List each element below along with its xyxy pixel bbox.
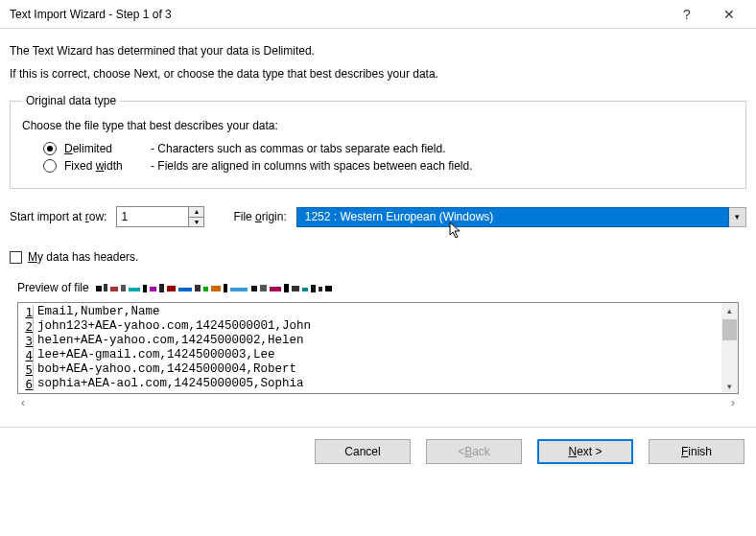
next-button[interactable]: Next > — [537, 439, 633, 464]
window-title: Text Import Wizard - Step 1 of 3 — [10, 8, 666, 21]
svg-rect-6 — [150, 287, 156, 291]
checkbox-icon — [10, 251, 22, 264]
line-number: 6 — [22, 377, 34, 391]
help-button[interactable]: ? — [666, 1, 708, 28]
line-text: bob+AEA-yahoo.com,14245000004,Robert — [37, 362, 296, 377]
svg-rect-14 — [230, 288, 248, 291]
scroll-right-icon[interactable]: › — [731, 396, 735, 413]
original-data-type-legend: Original data type — [22, 94, 120, 107]
scroll-left-icon[interactable]: ‹ — [21, 396, 25, 413]
svg-rect-16 — [260, 285, 267, 291]
redacted-filename-icon — [96, 283, 336, 294]
line-number: 1 — [22, 305, 34, 319]
line-number: 4 — [22, 348, 34, 362]
footer: Cancel < Back Next > Finish — [0, 427, 756, 478]
line-text: helen+AEA-yahoo.com,14245000002,Helen — [37, 334, 304, 348]
spinner-up-icon[interactable]: ▲ — [188, 207, 203, 218]
start-row-label: Start import at row: — [10, 210, 106, 223]
svg-rect-15 — [251, 286, 257, 291]
line-text: lee+AEA-gmail.com,14245000003,Lee — [37, 348, 275, 362]
back-button: < Back — [426, 439, 522, 464]
fixed-width-option[interactable]: Fixed width - Fields are aligned in colu… — [43, 159, 734, 173]
delimited-label: Delimited — [64, 142, 143, 155]
chevron-down-icon[interactable]: ▾ — [729, 207, 746, 227]
svg-rect-17 — [270, 287, 281, 291]
delimited-desc: - Characters such as commas or tabs sepa… — [151, 142, 445, 155]
preview-box: 1Email,Number,Name2john123+AEA-yahoo.com… — [17, 302, 739, 394]
svg-rect-7 — [159, 284, 164, 292]
cancel-button[interactable]: Cancel — [315, 439, 411, 464]
svg-rect-9 — [178, 288, 192, 291]
preview-line: 2john123+AEA-yahoo.com,14245000001,John — [22, 319, 738, 334]
svg-rect-12 — [211, 286, 221, 291]
svg-rect-5 — [143, 285, 147, 292]
line-number: 5 — [22, 362, 34, 377]
horizontal-scrollbar[interactable]: ‹ › — [17, 396, 739, 413]
preview-line: 4lee+AEA-gmail.com,14245000003,Lee — [22, 348, 738, 362]
svg-rect-21 — [311, 285, 316, 292]
svg-rect-0 — [96, 286, 102, 291]
svg-rect-8 — [167, 286, 176, 291]
svg-rect-20 — [302, 288, 308, 291]
radio-icon — [43, 159, 57, 173]
svg-rect-13 — [224, 284, 227, 292]
svg-rect-2 — [110, 287, 118, 291]
svg-rect-19 — [292, 286, 299, 291]
svg-rect-22 — [319, 287, 322, 291]
titlebar: Text Import Wizard - Step 1 of 3 ? ✕ — [0, 0, 756, 29]
preview-line: 5bob+AEA-yahoo.com,14245000004,Robert — [22, 362, 738, 377]
file-origin-label: File origin: — [233, 210, 286, 223]
fixed-width-desc: - Fields are aligned in columns with spa… — [151, 159, 473, 173]
my-data-has-headers-option[interactable]: My data has headers. — [10, 250, 746, 264]
finish-button[interactable]: Finish — [649, 439, 744, 464]
line-text: sophia+AEA-aol.com,14245000005,Sophia — [37, 377, 304, 391]
svg-rect-1 — [104, 284, 107, 291]
intro-line-1: The Text Wizard has determined that your… — [10, 44, 746, 58]
svg-rect-3 — [121, 285, 126, 291]
line-text: john123+AEA-yahoo.com,14245000001,John — [37, 319, 311, 334]
line-number: 2 — [22, 319, 34, 334]
vertical-scrollbar[interactable]: ▴ ▾ — [721, 303, 738, 393]
svg-rect-4 — [129, 288, 140, 291]
spinner-down-icon[interactable]: ▼ — [188, 218, 203, 227]
headers-label: My data has headers. — [28, 250, 138, 264]
choose-file-type-label: Choose the file type that best describes… — [22, 119, 734, 132]
import-row-controls: Start import at row: ▲ ▼ File origin: 12… — [10, 206, 746, 227]
preview-label: Preview of file — [17, 281, 746, 294]
svg-rect-18 — [284, 284, 289, 292]
scroll-thumb[interactable] — [722, 319, 737, 340]
svg-rect-10 — [195, 285, 201, 291]
scroll-up-icon[interactable]: ▴ — [721, 303, 738, 317]
preview-line: 1Email,Number,Name — [22, 305, 738, 319]
preview-line: 6sophia+AEA-aol.com,14245000005,Sophia — [22, 377, 738, 391]
delimited-option[interactable]: Delimited - Characters such as commas or… — [43, 142, 734, 155]
fixed-width-label: Fixed width — [64, 159, 143, 173]
close-button[interactable]: ✕ — [708, 1, 750, 28]
file-origin-select[interactable]: 1252 : Western European (Windows) — [296, 207, 729, 227]
line-text: Email,Number,Name — [37, 305, 160, 319]
svg-rect-23 — [325, 286, 332, 291]
radio-icon — [43, 142, 57, 155]
preview-line: 3helen+AEA-yahoo.com,14245000002,Helen — [22, 334, 738, 348]
original-data-type-group: Original data type Choose the file type … — [10, 94, 746, 189]
line-number: 3 — [22, 334, 34, 348]
scroll-down-icon[interactable]: ▾ — [721, 379, 738, 393]
intro-line-2: If this is correct, choose Next, or choo… — [10, 67, 746, 81]
start-row-spinner[interactable]: ▲ ▼ — [116, 206, 204, 227]
svg-rect-11 — [203, 287, 208, 291]
